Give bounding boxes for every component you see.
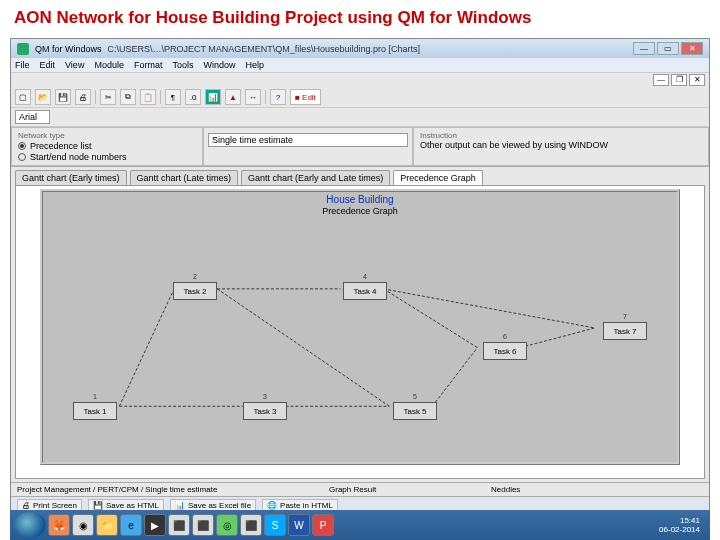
skype-icon[interactable]: S [264, 514, 286, 536]
mdi-close-button[interactable]: ✕ [689, 74, 705, 86]
tab-gantt-early[interactable]: Gantt chart (Early times) [15, 170, 127, 185]
instruction-panel: Instruction Other output can be viewed b… [413, 127, 709, 166]
calc-icon[interactable]: 📊 [205, 89, 221, 105]
decimal-icon[interactable]: .0 [185, 89, 201, 105]
tab-gantt-late[interactable]: Gantt chart (Late times) [130, 170, 239, 185]
node-task6[interactable]: 6Task 6 [483, 342, 527, 360]
font-family-select[interactable]: Arial [15, 110, 50, 124]
status-left: Project Management / PERT/CPM / Single t… [17, 485, 317, 494]
step-icon[interactable]: ↔ [245, 89, 261, 105]
radio-startend[interactable]: Start/end node numbers [18, 152, 196, 162]
firefox-icon[interactable]: 🦊 [48, 514, 70, 536]
font-toolbar: Arial [11, 108, 709, 127]
options-row: Network type Precedence list Start/end n… [11, 127, 709, 167]
menu-window[interactable]: Window [203, 60, 235, 70]
toolbar-main: ▢ 📂 💾 🖨 ✂ ⧉ 📋 ¶ .0 📊 ▲ ↔ ? ■ Edit [11, 87, 709, 108]
app4-icon[interactable]: ⬛ [240, 514, 262, 536]
mdi-restore-button[interactable]: ❐ [671, 74, 687, 86]
close-button[interactable]: ✕ [681, 42, 703, 55]
system-tray[interactable]: 15:41 06-02-2014 [659, 516, 706, 534]
network-type-label: Network type [18, 131, 196, 140]
tab-precedence[interactable]: Precedence Graph [393, 170, 483, 185]
titlebar-app: QM for Windows [35, 44, 102, 54]
app-window: QM for Windows C:\USERS\…\PROJECT MANAGE… [10, 38, 710, 515]
html-icon: 🌐 [267, 501, 277, 510]
menu-format[interactable]: Format [134, 60, 163, 70]
app3-icon[interactable]: ◎ [216, 514, 238, 536]
save-icon[interactable]: 💾 [55, 89, 71, 105]
mdi-controls: — ❐ ✕ [11, 73, 709, 87]
minimize-button[interactable]: — [633, 42, 655, 55]
graph-area: House Building Precedence Graph 1Task 1 … [15, 185, 705, 479]
clock-date: 06-02-2014 [659, 525, 700, 534]
radio-precedence[interactable]: Precedence list [18, 141, 196, 151]
maximize-button[interactable]: ▭ [657, 42, 679, 55]
graph-title: House Building [326, 194, 393, 205]
menu-view[interactable]: View [65, 60, 84, 70]
app2-icon[interactable]: ⬛ [192, 514, 214, 536]
copy-icon[interactable]: ⧉ [120, 89, 136, 105]
network-type-panel: Network type Precedence list Start/end n… [11, 127, 203, 166]
mdi-minimize-button[interactable]: — [653, 74, 669, 86]
cut-icon[interactable]: ✂ [100, 89, 116, 105]
menu-help[interactable]: Help [245, 60, 264, 70]
node-task4[interactable]: 4Task 4 [343, 282, 387, 300]
svg-line-0 [119, 289, 174, 406]
menu-module[interactable]: Module [94, 60, 124, 70]
instruction-label: Instruction [420, 131, 702, 140]
menu-bar: File Edit View Module Format Tools Windo… [11, 58, 709, 73]
graph-subtitle: Precedence Graph [322, 206, 398, 216]
estimate-select[interactable]: Single time estimate [208, 133, 408, 147]
menu-file[interactable]: File [15, 60, 30, 70]
folder-icon[interactable]: 📁 [96, 514, 118, 536]
menu-tools[interactable]: Tools [172, 60, 193, 70]
help-icon[interactable]: ? [270, 89, 286, 105]
powerpoint-icon[interactable]: P [312, 514, 334, 536]
svg-line-3 [217, 289, 389, 406]
open-icon[interactable]: 📂 [35, 89, 51, 105]
chart-icon[interactable]: ▲ [225, 89, 241, 105]
chrome-icon[interactable]: ◉ [72, 514, 94, 536]
slide-title: AON Network for House Building Project u… [0, 0, 720, 38]
node-task7[interactable]: 7Task 7 [603, 322, 647, 340]
excel-icon: 📊 [175, 501, 185, 510]
app1-icon[interactable]: ⬛ [168, 514, 190, 536]
solve-button[interactable]: ■ Edit [290, 89, 321, 105]
titlebar-path: C:\USERS\…\PROJECT MANAGEMENT\QM_files\H… [108, 44, 420, 54]
instruction-text: Other output can be viewed by using WIND… [420, 140, 702, 150]
status-right: Neddles [491, 485, 520, 494]
estimate-panel: Single time estimate [203, 127, 413, 166]
window-titlebar: QM for Windows C:\USERS\…\PROJECT MANAGE… [11, 39, 709, 58]
status-bar: Project Management / PERT/CPM / Single t… [11, 482, 709, 496]
precedence-graph-canvas: House Building Precedence Graph 1Task 1 … [40, 189, 680, 465]
edges [43, 192, 677, 462]
svg-line-6 [432, 348, 477, 407]
node-task3[interactable]: 3Task 3 [243, 402, 287, 420]
status-mid: Graph Result [329, 485, 479, 494]
menu-edit[interactable]: Edit [40, 60, 56, 70]
svg-line-7 [383, 289, 594, 328]
node-task1[interactable]: 1Task 1 [73, 402, 117, 420]
printer-icon: 🖨 [22, 501, 30, 510]
svg-line-5 [383, 289, 477, 348]
windows-taskbar: 🦊 ◉ 📁 e ▶ ⬛ ⬛ ◎ ⬛ S W P 15:41 06-02-2014 [10, 510, 710, 540]
clock-time: 15:41 [659, 516, 700, 525]
tab-gantt-both[interactable]: Gantt chart (Early and Late times) [241, 170, 390, 185]
svg-line-8 [520, 328, 594, 348]
media-icon[interactable]: ▶ [144, 514, 166, 536]
chart-tabs: Gantt chart (Early times) Gantt chart (L… [11, 167, 709, 185]
start-button[interactable] [14, 512, 46, 538]
word-icon[interactable]: W [288, 514, 310, 536]
window-controls: — ▭ ✕ [633, 42, 703, 55]
disk-icon: 💾 [93, 501, 103, 510]
format-icon[interactable]: ¶ [165, 89, 181, 105]
paste-icon[interactable]: 📋 [140, 89, 156, 105]
node-task5[interactable]: 5Task 5 [393, 402, 437, 420]
ie-icon[interactable]: e [120, 514, 142, 536]
app-icon [17, 43, 29, 55]
node-task2[interactable]: 2Task 2 [173, 282, 217, 300]
print-icon[interactable]: 🖨 [75, 89, 91, 105]
new-icon[interactable]: ▢ [15, 89, 31, 105]
